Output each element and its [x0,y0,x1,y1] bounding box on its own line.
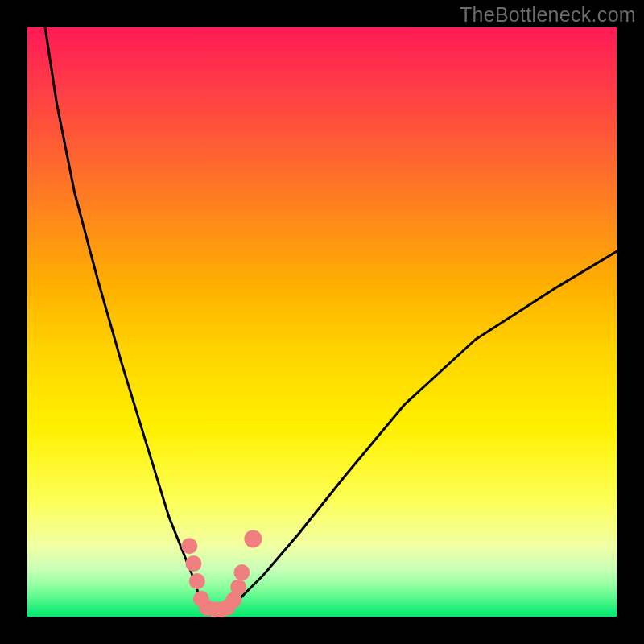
marker-group [181,530,262,617]
marker-dot [185,555,201,572]
watermark-text: TheBottleneck.com [460,3,636,27]
marker-dot [230,579,246,595]
marker-dot [181,538,197,554]
marker-dot [244,530,262,547]
marker-dot [189,573,205,589]
bottleneck-curve [45,27,617,611]
marker-dot [233,564,250,580]
chart-frame: TheBottleneck.com [0,0,644,644]
plot-area [27,27,617,617]
curve-svg [27,27,617,617]
